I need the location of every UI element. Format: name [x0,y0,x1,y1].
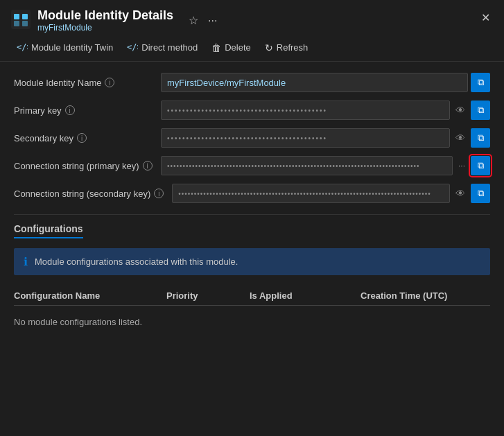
connection-string-primary-row: Connection string (primary key) i ··· ⧉ [14,156,490,175]
module-identity-twin-label: Module Identity Twin [31,42,113,53]
secondary-key-label: Secondary key i [14,133,153,143]
copy-icon: ⧉ [478,188,484,199]
col-header-config-name: Configuration Name [14,290,166,301]
configurations-table-header: Configuration Name Priority Is Applied C… [14,286,490,306]
svg-rect-3 [14,21,19,26]
toolbar: </> Module Identity Twin </> Direct meth… [0,35,504,62]
configurations-info-banner: ℹ Module configurations associated with … [14,248,490,275]
panel-icon [11,10,31,31]
connection-string-primary-info-icon[interactable]: i [143,161,153,171]
delete-button[interactable]: 🗑 Delete [206,39,257,57]
module-identity-name-info-icon[interactable]: i [105,78,114,87]
connection-string-primary-input-group: ··· ⧉ [161,156,490,175]
more-icon: ··· [208,15,217,26]
copy-icon: ⧉ [478,105,484,116]
connection-string-primary-label: Connection string (primary key) i [14,161,153,171]
divider [14,214,490,215]
col-header-creation-time: Creation Time (UTC) [360,290,490,301]
module-identity-name-label: Module Identity Name i [14,78,153,88]
connection-string-secondary-input-group: 👁 ⧉ [172,184,490,203]
pin-icon: ☆ [189,15,198,26]
secondary-key-input[interactable] [161,128,450,148]
connection-string-secondary-label: Connection string (secondary key) i [14,189,164,199]
panel-subtitle: myFirstModule [37,23,173,33]
direct-method-button[interactable]: </> Direct method [121,38,203,57]
primary-key-input[interactable] [161,101,450,120]
pin-button[interactable]: ☆ [186,12,201,28]
module-identity-name-row: Module Identity Name i ⧉ [14,73,490,92]
connection-string-secondary-input[interactable] [172,184,450,203]
svg-text:</>: </> [17,42,28,51]
title-text-group: Module Identity Details myFirstModule [37,8,173,33]
primary-key-copy-button[interactable]: ⧉ [471,101,490,120]
delete-icon: 🗑 [211,42,221,53]
connection-string-secondary-info-icon[interactable]: i [154,189,164,198]
primary-key-eye-button[interactable]: 👁 [453,103,468,118]
copy-icon: ⧉ [478,77,484,88]
configurations-section-title: Configurations [14,223,83,238]
secondary-key-eye-button[interactable]: 👁 [453,130,468,146]
close-icon: ✕ [481,12,490,24]
direct-method-label: Direct method [141,42,198,53]
copy-icon: ⧉ [478,160,484,171]
eye-icon: 👁 [455,132,465,143]
svg-rect-0 [11,10,31,29]
svg-rect-4 [22,21,28,26]
col-header-is-applied: Is Applied [250,290,360,301]
col-header-priority: Priority [166,290,250,301]
content-area: Module Identity Name i ⧉ Primary key i 👁 [0,62,504,436]
module-identity-twin-button[interactable]: </> Module Identity Twin [11,38,119,57]
eye-icon: 👁 [455,188,465,199]
secondary-key-input-group: 👁 ⧉ [161,128,490,148]
svg-rect-1 [14,14,19,19]
configurations-banner-text: Module configurations associated with th… [35,256,238,267]
connection-string-secondary-eye-button[interactable]: 👁 [453,186,468,201]
primary-key-info-icon[interactable]: i [65,105,75,115]
connection-string-secondary-copy-button[interactable]: ⧉ [471,184,490,203]
svg-text:</>: </> [127,42,138,51]
module-identity-name-copy-button[interactable]: ⧉ [471,73,490,92]
connection-string-primary-input[interactable] [161,156,453,175]
panel-title: Module Identity Details [37,8,173,23]
refresh-button[interactable]: ↻ Refresh [259,39,314,57]
close-button[interactable]: ✕ [477,10,494,26]
primary-key-input-group: 👁 ⧉ [161,101,490,120]
secondary-key-copy-button[interactable]: ⧉ [471,128,490,148]
copy-icon: ⧉ [478,132,484,143]
svg-rect-2 [22,14,28,19]
module-identity-name-input-group: ⧉ [161,73,490,92]
title-actions: ☆ ··· [186,12,220,28]
twin-icon: </> [17,42,28,53]
eye-icon: 👁 [455,105,465,116]
title-bar: Module Identity Details myFirstModule ☆ … [0,0,504,35]
delete-label: Delete [225,42,251,53]
secondary-key-row: Secondary key i 👁 ⧉ [14,128,490,148]
primary-key-row: Primary key i 👁 ⧉ [14,101,490,120]
module-identity-name-input[interactable] [161,73,468,92]
connection-string-primary-ellipsis-button[interactable]: ··· [455,159,468,173]
info-banner-icon: ℹ [24,255,28,268]
refresh-icon: ↻ [265,42,273,53]
connection-string-primary-copy-button[interactable]: ⧉ [471,156,490,175]
primary-key-label: Primary key i [14,105,153,116]
direct-method-icon: </> [127,42,138,53]
more-button[interactable]: ··· [205,13,220,28]
configurations-section: Configurations ℹ Module configurations a… [14,223,490,334]
refresh-label: Refresh [277,42,309,53]
ellipsis-icon: ··· [458,161,465,171]
table-empty-message: No module configurations listed. [14,310,490,334]
module-identity-panel: Module Identity Details myFirstModule ☆ … [0,0,504,436]
secondary-key-info-icon[interactable]: i [77,133,87,143]
connection-string-secondary-row: Connection string (secondary key) i 👁 ⧉ [14,184,490,203]
